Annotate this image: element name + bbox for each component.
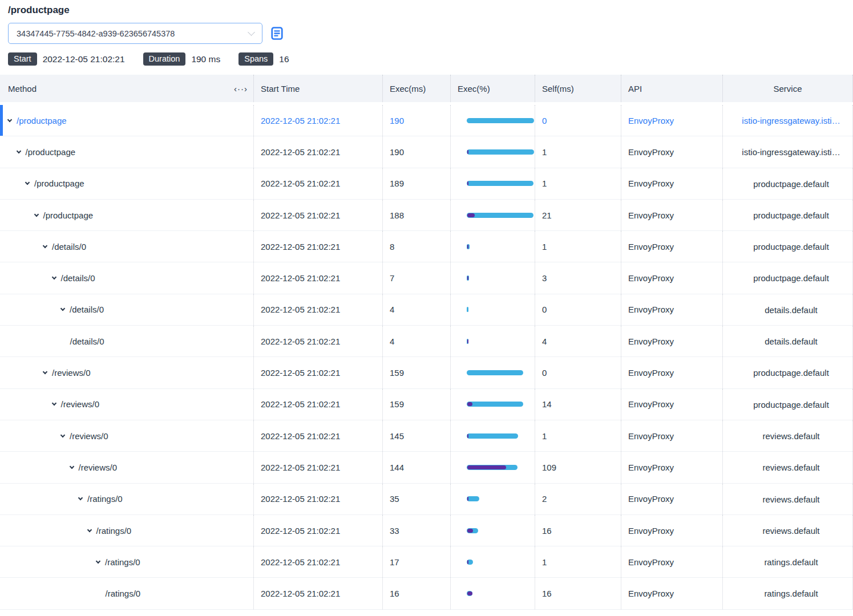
table-row[interactable]: /reviews/02022-12-05 21:02:21144109Envoy… xyxy=(0,452,853,483)
table-row[interactable]: /productpage2022-12-05 21:02:211901Envoy… xyxy=(0,136,853,168)
method-cell: /reviews/0 xyxy=(0,420,254,451)
self-ms-cell: 1 xyxy=(535,420,621,451)
start-time-cell: 2022-12-05 21:02:21 xyxy=(254,231,383,262)
collapse-chevron-icon[interactable] xyxy=(7,117,12,121)
exec-percent-bar xyxy=(467,213,534,218)
collapse-chevron-icon[interactable] xyxy=(43,370,47,374)
copy-trace-icon[interactable] xyxy=(270,26,284,40)
method-cell: /ratings/0 xyxy=(0,578,254,609)
column-resize-icon[interactable]: ‹··› xyxy=(234,84,248,94)
duration-value: 190 ms xyxy=(191,54,220,64)
copy-document-icon xyxy=(270,26,284,40)
table-row[interactable]: /ratings/02022-12-05 21:02:21352EnvoyPro… xyxy=(0,484,853,515)
exec-ms-cell: 7 xyxy=(383,262,451,293)
exec-ms-cell: 144 xyxy=(383,452,451,483)
self-ms-cell: 21 xyxy=(535,200,621,230)
table-row[interactable]: /details/02022-12-05 21:02:2144EnvoyProx… xyxy=(0,326,853,357)
exec-bar-total xyxy=(467,339,468,344)
collapse-chevron-icon[interactable] xyxy=(51,275,56,279)
collapse-chevron-icon[interactable] xyxy=(34,212,38,216)
api-cell: EnvoyProxy xyxy=(621,326,723,356)
collapse-chevron-icon[interactable] xyxy=(87,527,91,532)
col-header-service: Service xyxy=(723,75,853,102)
table-row[interactable]: /details/02022-12-05 21:02:2140EnvoyProx… xyxy=(0,294,853,326)
method-cell: /ratings/0 xyxy=(0,546,254,577)
service-cell: productpage.default xyxy=(723,262,853,293)
table-row[interactable]: /reviews/02022-12-05 21:02:211451EnvoyPr… xyxy=(0,420,853,452)
method-label: /reviews/0 xyxy=(79,463,118,472)
exec-percent-bar xyxy=(467,465,534,470)
collapse-chevron-icon[interactable] xyxy=(43,244,47,248)
collapse-chevron-icon[interactable] xyxy=(96,559,100,564)
api-cell: EnvoyProxy xyxy=(621,231,723,262)
self-ms-cell: 16 xyxy=(535,578,621,609)
start-badge: Start xyxy=(8,52,37,66)
table-row[interactable]: /ratings/02022-12-05 21:02:213316EnvoyPr… xyxy=(0,515,853,546)
start-time-cell: 2022-12-05 21:02:21 xyxy=(254,294,383,325)
exec-percent-cell xyxy=(451,389,535,420)
exec-percent-cell xyxy=(451,262,535,293)
table-row[interactable]: /productpage2022-12-05 21:02:211900Envoy… xyxy=(0,105,853,136)
table-row[interactable]: /productpage2022-12-05 21:02:2118821Envo… xyxy=(0,200,853,231)
service-cell: details.default xyxy=(723,294,853,325)
exec-bar-total xyxy=(467,181,533,186)
exec-percent-bar xyxy=(467,528,534,533)
method-label: /productpage xyxy=(17,116,67,125)
method-label: /ratings/0 xyxy=(96,526,132,536)
collapse-chevron-icon[interactable] xyxy=(78,496,83,500)
method-label: /productpage xyxy=(34,179,84,188)
self-ms-cell: 1 xyxy=(535,168,621,199)
table-row[interactable]: /ratings/02022-12-05 21:02:211616EnvoyPr… xyxy=(0,578,853,609)
exec-bar-total xyxy=(467,244,470,249)
api-cell: EnvoyProxy xyxy=(621,420,723,451)
table-row[interactable]: /details/02022-12-05 21:02:2181EnvoyProx… xyxy=(0,231,853,262)
method-cell: /productpage xyxy=(0,105,254,136)
collapse-chevron-icon[interactable] xyxy=(69,464,74,469)
chevron-down-icon xyxy=(248,29,255,36)
method-cell: /reviews/0 xyxy=(0,452,254,483)
method-label: /ratings/0 xyxy=(106,589,141,598)
exec-bar-self xyxy=(467,276,468,280)
collapse-chevron-icon[interactable] xyxy=(51,401,56,406)
exec-bar-total xyxy=(467,433,518,439)
method-cell: /ratings/0 xyxy=(0,484,254,514)
exec-bar-self xyxy=(467,497,468,501)
table-header: Method ‹··› Start Time Exec(ms) Exec(%) … xyxy=(0,75,853,102)
collapse-chevron-icon[interactable] xyxy=(16,149,21,153)
method-label: /reviews/0 xyxy=(52,368,91,378)
self-ms-cell: 14 xyxy=(535,389,621,420)
trace-id-select[interactable]: 34347445-7755-4842-a939-623656745378 xyxy=(8,23,262,44)
method-label: /ratings/0 xyxy=(105,557,140,567)
service-cell: productpage.default xyxy=(723,231,853,262)
collapse-chevron-icon[interactable] xyxy=(60,432,65,437)
table-row[interactable]: /reviews/02022-12-05 21:02:211590EnvoyPr… xyxy=(0,357,853,388)
table-row[interactable]: /details/02022-12-05 21:02:2173EnvoyProx… xyxy=(0,262,853,294)
service-cell: ratings.default xyxy=(723,578,853,609)
exec-percent-cell xyxy=(451,452,535,483)
self-ms-cell: 0 xyxy=(535,357,621,388)
exec-bar-total xyxy=(467,591,472,596)
exec-bar-total xyxy=(467,118,534,123)
start-time-cell: 2022-12-05 21:02:21 xyxy=(254,420,383,451)
exec-percent-bar xyxy=(467,560,534,565)
table-row[interactable]: /reviews/02022-12-05 21:02:2115914EnvoyP… xyxy=(0,389,853,420)
table-row[interactable]: /productpage2022-12-05 21:02:211891Envoy… xyxy=(0,168,853,200)
exec-bar-self xyxy=(467,434,468,438)
service-cell: productpage.default xyxy=(723,357,853,388)
col-header-exec-ms: Exec(ms) xyxy=(383,75,451,102)
table-row[interactable]: /ratings/02022-12-05 21:02:21171EnvoyPro… xyxy=(0,546,853,578)
exec-percent-bar xyxy=(467,339,534,344)
collapse-chevron-icon[interactable] xyxy=(25,180,30,185)
exec-percent-cell xyxy=(451,326,535,356)
service-cell: istio-ingressgateway.isti… xyxy=(723,136,853,167)
self-ms-cell: 1 xyxy=(535,136,621,167)
table-body: /productpage2022-12-05 21:02:211900Envoy… xyxy=(0,105,853,610)
service-cell: productpage.default xyxy=(723,168,853,199)
start-time-cell: 2022-12-05 21:02:21 xyxy=(254,357,383,388)
exec-ms-cell: 189 xyxy=(383,168,451,199)
self-ms-cell: 0 xyxy=(535,105,621,136)
service-cell: productpage.default xyxy=(723,389,853,420)
service-cell: reviews.default xyxy=(723,452,853,483)
duration-badge: Duration xyxy=(143,52,186,66)
collapse-chevron-icon[interactable] xyxy=(60,306,65,311)
